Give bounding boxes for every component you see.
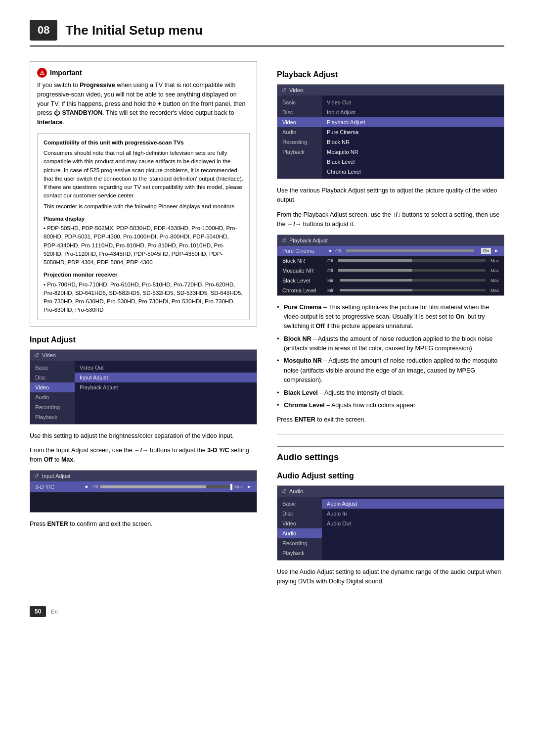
mosquito-nr-label: Mosquito NR bbox=[282, 268, 324, 274]
playback-body2: From the Playback Adjust screen, use the… bbox=[277, 210, 504, 230]
warning-icon: ⚠ bbox=[37, 68, 47, 78]
compat-note: This recorder is compatible with the fol… bbox=[44, 202, 243, 211]
audio-menu-title-bar: ↺ Audio bbox=[277, 486, 504, 497]
menu-item-playbackadjust: Playback Adjust bbox=[75, 382, 257, 392]
playback-menu-body: Basic Disc Video Audio Recording Playbac… bbox=[277, 95, 504, 179]
playback-menu-right: Video Out Input Adjust Playback Adjust P… bbox=[322, 95, 504, 179]
playback-menu-title-bar: ↺ Video bbox=[277, 85, 504, 95]
menu-item-audio: Audio bbox=[30, 392, 75, 402]
menu-item-video: Video bbox=[30, 382, 75, 392]
aud-audio: Audio bbox=[277, 528, 322, 538]
plasma-title: Plasma display bbox=[44, 215, 243, 223]
block-nr-label: Block NR bbox=[282, 258, 324, 264]
compat-intro: Consumers should note that not all high-… bbox=[44, 149, 243, 200]
pc-left-arrow: ◄ bbox=[327, 248, 332, 253]
input-adjust-slider-menu: ↺ Input Adjust 3-D Y/C ◄ Off Max ► bbox=[30, 470, 257, 513]
bullet-blocknr: Block NR – Adjusts the amount of noise r… bbox=[277, 334, 504, 354]
pb-disc: Disc bbox=[277, 107, 322, 117]
chapter-number: 08 bbox=[30, 20, 57, 41]
pb-purecinema: Pure Cinema bbox=[322, 127, 504, 137]
playback-slider-title-bar: ↺ Playback Adjust bbox=[277, 235, 504, 246]
important-box: ⚠ Important If you switch to Progressive… bbox=[30, 61, 257, 327]
slider-thumb bbox=[230, 484, 232, 490]
slider-title: Input Adjust bbox=[42, 473, 71, 479]
projection-models: • Pro-700HD, Pro-710HD, Pro-610HD, Pro-5… bbox=[44, 281, 243, 315]
audio-menu-left: Basic Disc Video Audio Recording Playbac… bbox=[277, 497, 322, 560]
left-arrow-icon: ◄ bbox=[84, 484, 89, 489]
menu-icon: ↺ bbox=[34, 352, 39, 359]
audio-adjust-heading: Audio Adjust setting bbox=[277, 472, 504, 480]
important-label: Important bbox=[50, 69, 82, 77]
bullet-purecinema: Pure Cinema – This setting optimizes the… bbox=[277, 303, 504, 331]
left-column: ⚠ Important If you switch to Progressive… bbox=[30, 61, 257, 591]
mnr-fill bbox=[338, 269, 412, 272]
black-level-label: Black Level bbox=[282, 278, 324, 284]
pure-cinema-row: Pure Cinema ◄ Off On ► bbox=[277, 246, 504, 256]
slider-title-bar: ↺ Input Adjust bbox=[30, 471, 257, 481]
menu-item-disc: Disc bbox=[30, 373, 75, 382]
audio-body1: Use the Audio Adjust setting to adjust t… bbox=[277, 567, 504, 587]
mnr-max: Max bbox=[490, 268, 499, 273]
bullet-mosquitonr: Mosquito NR – Adjusts the amount of nois… bbox=[277, 356, 504, 385]
playback-menu-icon: ↺ bbox=[281, 87, 286, 94]
pb-blacklevel: Black Level bbox=[322, 157, 504, 167]
menu-left-col: Basic Disc Video Audio Recording Playbac… bbox=[30, 361, 75, 424]
lang-label: En bbox=[51, 609, 57, 614]
pb-blocknr: Block NR bbox=[322, 137, 504, 147]
cl-max: Max bbox=[490, 288, 499, 293]
slider-bar bbox=[100, 485, 232, 488]
mnr-bar bbox=[338, 269, 486, 272]
pb-inputadjust: Input Adjust bbox=[322, 107, 504, 117]
pb-slider-title: Playback Adjust bbox=[289, 237, 328, 243]
page-number: 50 bbox=[30, 606, 46, 617]
bl-max: Max bbox=[490, 278, 499, 283]
audio-settings-heading: Audio settings bbox=[277, 446, 504, 463]
slider-off-label: Off bbox=[92, 484, 98, 489]
input-adjust-body1: Use this setting to adjust the brightnes… bbox=[30, 431, 257, 441]
aud-playback: Playback bbox=[277, 548, 322, 558]
bl-off: Min bbox=[327, 278, 335, 283]
right-column: Playback Adjust ↺ Video Basic Disc Video… bbox=[277, 61, 504, 591]
bullet-blacklevel: Black Level – Adjusts the intensity of b… bbox=[277, 388, 504, 398]
menu-body: Basic Disc Video Audio Recording Playbac… bbox=[30, 361, 257, 424]
main-content: ⚠ Important If you switch to Progressive… bbox=[30, 61, 504, 591]
projection-title: Projection monitor receiver bbox=[44, 271, 243, 279]
menu-item-basic: Basic bbox=[30, 363, 75, 373]
menu-item-recording: Recording bbox=[30, 402, 75, 412]
aud-audioout: Audio Out bbox=[322, 519, 504, 528]
right-arrow-icon: ► bbox=[247, 484, 252, 489]
cl-off: Min bbox=[327, 288, 335, 293]
playback-menu-title: Video bbox=[289, 87, 303, 93]
menu-title: Video bbox=[42, 352, 56, 358]
pc-right-arrow: ► bbox=[494, 248, 499, 253]
chroma-level-row: Chroma Level Min Max bbox=[277, 285, 504, 295]
aud-disc: Disc bbox=[277, 509, 322, 519]
page-footer: 50 En bbox=[30, 606, 504, 617]
pc-fill bbox=[346, 249, 474, 252]
important-title: ⚠ Important bbox=[37, 68, 250, 78]
audio-adjust-menu: ↺ Audio Basic Disc Video Audio Recording… bbox=[277, 485, 504, 561]
bullet-chromalevel: Chroma Level – Adjusts how rich colors a… bbox=[277, 401, 504, 410]
input-adjust-footer: Press ENTER to confirm and exit the scre… bbox=[30, 520, 257, 529]
slider-track: Off Max bbox=[92, 484, 243, 489]
pc-off: Off bbox=[335, 248, 341, 253]
mnr-off: Off bbox=[327, 268, 333, 273]
bnr-max: Max bbox=[490, 258, 499, 263]
menu-item-videoout: Video Out bbox=[75, 363, 257, 373]
pc-bar bbox=[346, 249, 474, 252]
important-paragraph: If you switch to Progressive when using … bbox=[37, 81, 250, 127]
playback-bullets: Pure Cinema – This setting optimizes the… bbox=[277, 303, 504, 411]
input-adjust-heading: Input Adjust bbox=[30, 335, 257, 344]
chroma-level-label: Chroma Level bbox=[282, 287, 324, 293]
aud-basic: Basic bbox=[277, 499, 322, 509]
divider bbox=[277, 434, 504, 434]
menu-title-bar: ↺ Video bbox=[30, 350, 257, 361]
pc-on-indicator: On bbox=[481, 248, 491, 254]
slider-max-label: Max bbox=[234, 484, 243, 489]
playback-body1: Use the various Playback Adjust settings… bbox=[277, 186, 504, 205]
aud-video: Video bbox=[277, 519, 322, 528]
menu-item-playback: Playback bbox=[30, 412, 75, 422]
pb-video: Video bbox=[277, 117, 322, 127]
cl-bar bbox=[340, 289, 486, 291]
pb-mosquitonr: Mosquito NR bbox=[322, 147, 504, 157]
